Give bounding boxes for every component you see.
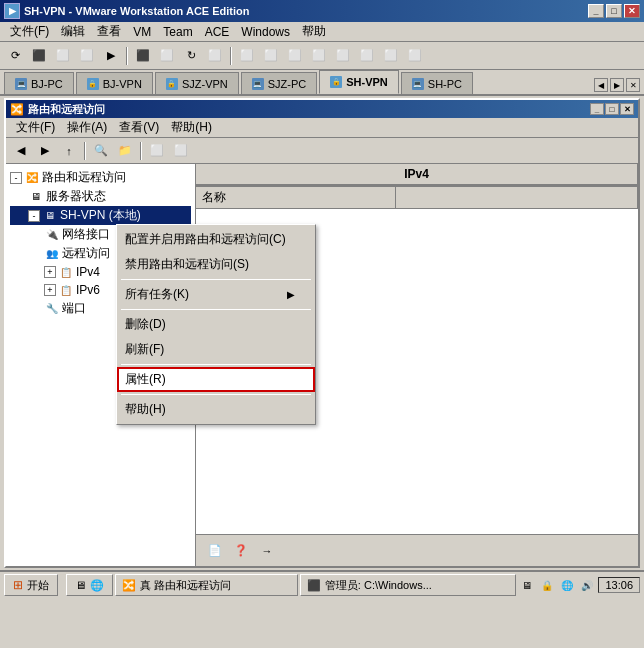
tree-ipv6-expand[interactable]: + [44, 284, 56, 296]
tab-menu-button[interactable]: ✕ [626, 78, 640, 92]
close-button[interactable]: ✕ [624, 4, 640, 18]
taskbar-vm-icon[interactable]: 🖥 🌐 [66, 574, 113, 596]
toolbar-btn-4[interactable]: ⬜ [76, 45, 98, 67]
tab-next-button[interactable]: ▶ [610, 78, 624, 92]
window-controls: _ □ ✕ [588, 4, 640, 18]
ctx-delete[interactable]: 删除(D) [117, 312, 315, 337]
routing-icon: 🔀 [122, 579, 136, 592]
active-window-section[interactable]: 🔀 真 路由和远程访问 [115, 574, 298, 596]
toolbar-btn-7[interactable]: ⬜ [156, 45, 178, 67]
tab-bjvpn-icon: 🔒 [87, 78, 99, 90]
toolbar-btn-15[interactable]: ⬜ [356, 45, 378, 67]
inner-tb-search[interactable]: 🔍 [90, 140, 112, 162]
tab-sjzpc-label: SJZ-PC [268, 78, 307, 90]
tab-prev-button[interactable]: ◀ [594, 78, 608, 92]
tree-shvpn-node[interactable]: - 🖥 SH-VPN (本地) [10, 206, 191, 225]
tab-bjvpn-label: BJ-VPN [103, 78, 142, 90]
inner-menu-file[interactable]: 文件(F) [10, 117, 61, 138]
menu-help[interactable]: 帮助 [296, 21, 332, 42]
tab-sjzvpn[interactable]: 🔒 SJZ-VPN [155, 72, 239, 94]
toolbar-btn-17[interactable]: ⬜ [404, 45, 426, 67]
toolbar-btn-12[interactable]: ⬜ [284, 45, 306, 67]
inner-tb-back[interactable]: ◀ [10, 140, 32, 162]
ctx-all-tasks-label: 所有任务(K) [125, 286, 189, 303]
tab-sjzpc-icon: 💻 [252, 78, 264, 90]
tab-bjvpn[interactable]: 🔒 BJ-VPN [76, 72, 153, 94]
menu-ace[interactable]: ACE [199, 23, 236, 41]
tab-sjzpc[interactable]: 💻 SJZ-PC [241, 72, 318, 94]
inner-menu-help[interactable]: 帮助(H) [165, 117, 218, 138]
tb-sep-1 [126, 47, 128, 65]
ctx-delete-label: 删除(D) [125, 316, 166, 333]
tree-ipv6-label: IPv6 [76, 283, 100, 297]
tree-root-icon: 🔀 [24, 170, 40, 186]
main-content-area: - 🔀 路由和远程访问 🖥 服务器状态 - 🖥 SH-VPN (本地) 🔌 [6, 164, 638, 566]
toolbar-btn-10[interactable]: ⬜ [236, 45, 258, 67]
tab-bjpc[interactable]: 💻 BJ-PC [4, 72, 74, 94]
bottom-tb-help[interactable]: ❓ [230, 540, 252, 562]
inner-tb-up[interactable]: ↑ [58, 140, 80, 162]
tray-icon-1[interactable]: 🖥 [518, 576, 536, 594]
tree-remote-label: 远程访问 [62, 245, 110, 262]
inner-sep-1 [84, 142, 86, 160]
toolbar-btn-5[interactable]: ▶ [100, 45, 122, 67]
toolbar-btn-1[interactable]: ⟳ [4, 45, 26, 67]
taskbar-screen-icon: 🖥 [75, 579, 86, 591]
toolbar-btn-16[interactable]: ⬜ [380, 45, 402, 67]
start-button[interactable]: ⊞ 开始 [4, 574, 58, 596]
menu-team[interactable]: Team [157, 23, 198, 41]
inner-minimize-button[interactable]: _ [590, 103, 604, 115]
tb-sep-2 [230, 47, 232, 65]
inner-tb-folders[interactable]: 📁 [114, 140, 136, 162]
tray-network-icon[interactable]: 🌐 [558, 576, 576, 594]
inner-menu-action[interactable]: 操作(A) [61, 117, 113, 138]
toolbar-btn-9[interactable]: ⬜ [204, 45, 226, 67]
menu-windows[interactable]: Windows [235, 23, 296, 41]
menu-edit[interactable]: 编辑 [55, 21, 91, 42]
toolbar-btn-6[interactable]: ⬛ [132, 45, 154, 67]
ctx-properties-label: 属性(R) [125, 371, 166, 388]
inner-tb-btn4[interactable]: ⬜ [170, 140, 192, 162]
tree-root-expand[interactable]: - [10, 172, 22, 184]
app-icon: ▶ [4, 3, 20, 19]
inner-tb-forward[interactable]: ▶ [34, 140, 56, 162]
title-bar: ▶ SH-VPN - VMware Workstation ACE Editio… [0, 0, 644, 22]
inner-title-bar: 🔀 路由和远程访问 _ □ ✕ [6, 100, 638, 118]
toolbar-btn-14[interactable]: ⬜ [332, 45, 354, 67]
menu-vm[interactable]: VM [127, 23, 157, 41]
tree-shvpn-expand[interactable]: - [28, 210, 40, 222]
tree-server-status[interactable]: 🖥 服务器状态 [10, 187, 191, 206]
inner-restore-button[interactable]: □ [605, 103, 619, 115]
tree-netif-label: 网络接口 [62, 226, 110, 243]
bottom-tb-arrow[interactable]: → [256, 540, 278, 562]
ctx-all-tasks[interactable]: 所有任务(K) ▶ [117, 282, 315, 307]
menu-file[interactable]: 文件(F) [4, 21, 55, 42]
inner-menu-view[interactable]: 查看(V) [113, 117, 165, 138]
tray-sound-icon[interactable]: 🔊 [578, 576, 596, 594]
inner-tb-btn3[interactable]: ⬜ [146, 140, 168, 162]
tray-icon-2[interactable]: 🔒 [538, 576, 556, 594]
minimize-button[interactable]: _ [588, 4, 604, 18]
ctx-disable[interactable]: 禁用路由和远程访问(S) [117, 252, 315, 277]
maximize-button[interactable]: □ [606, 4, 622, 18]
toolbar-btn-13[interactable]: ⬜ [308, 45, 330, 67]
inner-close-button[interactable]: ✕ [620, 103, 634, 115]
ctx-all-tasks-arrow: ▶ [287, 289, 295, 300]
admin-section[interactable]: ⬛ 管理员: C:\Windows... [300, 574, 517, 596]
bottom-tb-btn1[interactable]: 📄 [204, 540, 226, 562]
ctx-refresh[interactable]: 刷新(F) [117, 337, 315, 362]
tree-ipv4-expand[interactable]: + [44, 266, 56, 278]
tab-shpc[interactable]: 💻 SH-PC [401, 72, 473, 94]
toolbar-btn-8[interactable]: ↻ [180, 45, 202, 67]
toolbar-btn-2[interactable]: ⬛ [28, 45, 50, 67]
menu-view[interactable]: 查看 [91, 21, 127, 42]
ctx-help[interactable]: 帮助(H) [117, 397, 315, 422]
start-icon: ⊞ [13, 578, 23, 592]
tab-shvpn[interactable]: 🔒 SH-VPN [319, 70, 399, 94]
toolbar-btn-3[interactable]: ⬜ [52, 45, 74, 67]
tree-root[interactable]: - 🔀 路由和远程访问 [10, 168, 191, 187]
ctx-configure[interactable]: 配置并启用路由和远程访问(C) [117, 227, 315, 252]
toolbar-btn-11[interactable]: ⬜ [260, 45, 282, 67]
ctx-properties[interactable]: 属性(R) [117, 367, 315, 392]
col-rest [396, 187, 638, 208]
